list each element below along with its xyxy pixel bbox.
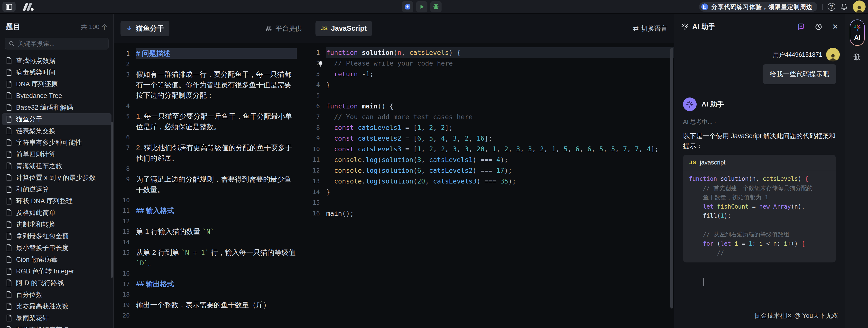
- ai-panel-title: AI 助手: [692, 22, 715, 32]
- code-token: [358, 102, 362, 110]
- code-token: (: [377, 156, 381, 164]
- ai-code-line: fill(1);: [689, 211, 830, 221]
- sidebar-item[interactable]: RGB 色值转 Integer: [2, 265, 112, 277]
- notifications-button[interactable]: [840, 3, 848, 11]
- history-button[interactable]: [815, 23, 823, 31]
- sidebar-item[interactable]: 链表聚集交换: [2, 125, 112, 137]
- sidebar-item[interactable]: 简单四则计算: [2, 148, 112, 160]
- code-token: ,: [544, 145, 552, 153]
- file-icon: [6, 291, 12, 298]
- user-message-header: 用户44496151871: [773, 48, 840, 61]
- sidebar-item[interactable]: 拿到最多红包金额: [2, 230, 112, 242]
- banner-text: 分享代码练习体验，领限量定制周边: [711, 3, 812, 11]
- editor-scrollbar[interactable]: [670, 48, 673, 308]
- code-token: 5: [564, 145, 568, 153]
- code-token: ,: [603, 145, 611, 153]
- editor-line: 15: [309, 197, 674, 208]
- code-token: 行，输入每一只猫的等级值: [209, 249, 296, 256]
- editor-line: 4}: [309, 79, 674, 90]
- switch-language-button[interactable]: ⇄ 切换语言: [633, 24, 668, 33]
- sidebar-toggle-button[interactable]: [2, 2, 16, 12]
- code-token: ,: [457, 135, 465, 142]
- promo-banner[interactable]: 分享代码练习体验，领限量定制周边: [699, 2, 817, 12]
- ai-rail-toggle[interactable]: AI: [850, 20, 865, 46]
- sidebar-item[interactable]: 和的逆运算: [2, 184, 112, 195]
- code-token: ): [798, 175, 805, 182]
- problem-description-editor[interactable]: 1# 问题描述23假如有一群猫排成一行，要分配鱼干，每一只猫都有一个等级值。你作…: [114, 44, 309, 321]
- banner-doc-icon: [701, 3, 708, 10]
- code-token: 4: [647, 145, 651, 153]
- line-number: 16: [309, 208, 326, 219]
- code-token: (: [377, 177, 381, 185]
- code-token: ## 输出格式: [136, 280, 174, 288]
- close-panel-button[interactable]: ✕: [832, 23, 838, 30]
- sidebar-item[interactable]: Base32 编码和解码: [2, 102, 112, 113]
- help-button[interactable]: ?: [828, 3, 835, 11]
- sidebar-scrollbar[interactable]: [111, 122, 113, 278]
- sidebar-item[interactable]: 进制求和转换: [2, 219, 112, 230]
- code-token: n: [398, 49, 401, 56]
- debug-button[interactable]: [430, 1, 441, 12]
- sidebar-item[interactable]: DNA 序列还原: [2, 78, 112, 90]
- sidebar-item[interactable]: 猫鱼分干: [2, 113, 112, 125]
- top-bar: 分享代码练习体验，领限量定制周边 ?: [0, 0, 868, 13]
- editor-line: 6function main() {: [309, 101, 674, 112]
- sidebar-item[interactable]: 青海湖租车之旅: [2, 160, 112, 172]
- file-icon: [6, 221, 12, 228]
- problem-line: 18: [114, 289, 309, 300]
- code-token: (: [413, 177, 417, 185]
- run-button[interactable]: [416, 1, 427, 12]
- code-token: ,: [532, 145, 540, 153]
- line-content: function solution(n, catsLevels) {: [326, 47, 674, 58]
- code-token: 3: [453, 145, 457, 153]
- marscode-logo[interactable]: [22, 3, 36, 12]
- line-content: 输出一个整数，表示需要的鱼干数量（斤）: [136, 300, 297, 310]
- quick-fix-lightbulb[interactable]: [317, 60, 324, 71]
- code-token: 1: [552, 145, 556, 153]
- lightbulb-icon[interactable]: [317, 61, 324, 67]
- stop-add-button[interactable]: [402, 1, 413, 12]
- user-avatar[interactable]: [853, 0, 866, 13]
- line-content: [136, 310, 297, 321]
- sidebar-item[interactable]: Bytedance Tree: [2, 90, 112, 102]
- search-box[interactable]: [5, 38, 108, 50]
- code-token: [326, 156, 334, 164]
- sidebar-item[interactable]: Cion 勒索病毒: [2, 254, 112, 265]
- problem-tab[interactable]: 猫鱼分干: [121, 21, 169, 36]
- code-token: ) ===: [476, 177, 500, 185]
- code-token: [354, 124, 358, 131]
- code-token: 1: [749, 240, 752, 247]
- editor-line: 7 // You can add more test cases here: [309, 112, 674, 122]
- sidebar-item[interactable]: 暴雨梨花针: [2, 312, 112, 324]
- code-token: [326, 167, 334, 174]
- file-icon: [6, 80, 12, 88]
- line-number: 6: [114, 132, 136, 142]
- code-token: // You can add more test cases here: [326, 113, 472, 120]
- code-token: ).: [798, 203, 805, 210]
- sidebar-item[interactable]: 及格如此简单: [2, 207, 112, 219]
- debug-rail-button[interactable]: [852, 52, 862, 63]
- problem-line: 9为了满足上边的分配规则，需要得到需要的最少鱼干数量。: [114, 174, 309, 195]
- language-tab[interactable]: JS JavaScript: [315, 21, 372, 36]
- sidebar-item[interactable]: 查找热点数据: [2, 55, 112, 66]
- code-token: catsLevels2: [358, 135, 401, 142]
- file-icon: [6, 151, 12, 158]
- sidebar-item[interactable]: 两两交换链表节点: [2, 324, 112, 328]
- search-input[interactable]: [18, 40, 105, 48]
- new-chat-button[interactable]: [797, 23, 805, 31]
- code-token: ) ===: [473, 167, 497, 174]
- sidebar-item[interactable]: 最小替换子串长度: [2, 242, 112, 254]
- code-editor[interactable]: 1function solution(n, catsLevels) {2 // …: [309, 44, 674, 219]
- sidebar-item[interactable]: 环状 DNA 序列整理: [2, 195, 112, 207]
- sidebar-item[interactable]: 计算位置 x 到 y 的最少步数: [2, 172, 112, 184]
- sidebar-item[interactable]: 百分位数: [2, 289, 112, 300]
- sidebar-item[interactable]: 比赛最高获胜次数: [2, 300, 112, 312]
- code-token: ,: [457, 145, 465, 153]
- problem-line: 11## 输入格式: [114, 206, 309, 216]
- sidebar-item-label: Base32 编码和解码: [16, 103, 73, 112]
- sidebar-item[interactable]: 字符串有多少种可能性: [2, 137, 112, 148]
- code-token: `D`: [136, 259, 148, 267]
- sidebar-item[interactable]: 阿 D 的飞行路线: [2, 277, 112, 289]
- line-number: 8: [114, 164, 136, 174]
- sidebar-item[interactable]: 病毒感染时间: [2, 66, 112, 78]
